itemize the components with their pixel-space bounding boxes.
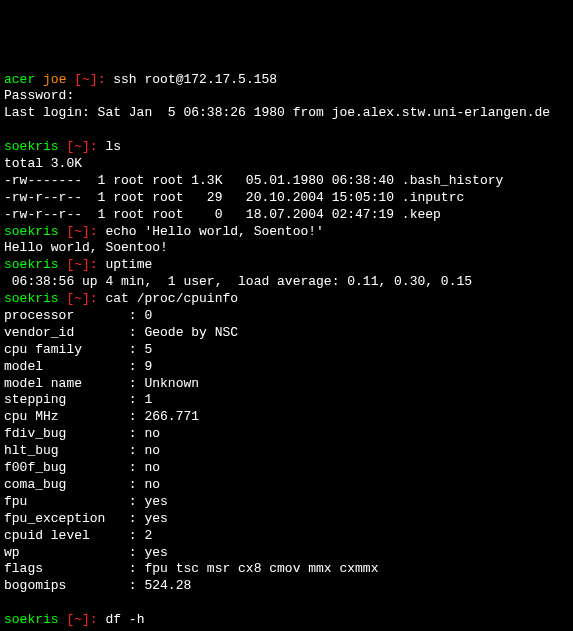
output-line: bogomips : 524.28 xyxy=(4,578,191,593)
hostname: soekris xyxy=(4,612,59,627)
command-text: echo 'Hello world, Soentoo!' xyxy=(98,224,324,239)
username: joe xyxy=(43,72,66,87)
hostname: soekris xyxy=(4,224,59,239)
output-line: model name : Unknown xyxy=(4,376,199,391)
output-line: total 3.0K xyxy=(4,156,82,171)
output-line: fdiv_bug : no xyxy=(4,426,160,441)
prompt-path: [~]: xyxy=(66,291,97,306)
output-line: -rw------- 1 root root 1.3K 05.01.1980 0… xyxy=(4,173,503,188)
output-line: stepping : 1 xyxy=(4,392,152,407)
output-line: fpu : yes xyxy=(4,494,168,509)
command-text: cat /proc/cpuinfo xyxy=(98,291,238,306)
output-line: flags : fpu tsc msr cx8 cmov mmx cxmmx xyxy=(4,561,378,576)
command-text: ls xyxy=(98,139,121,154)
hostname: soekris xyxy=(4,139,59,154)
output-line: cpu MHz : 266.771 xyxy=(4,409,199,424)
output-line: f00f_bug : no xyxy=(4,460,160,475)
prompt-path: [~]: xyxy=(74,72,105,87)
output-line: vendor_id : Geode by NSC xyxy=(4,325,238,340)
command-text: uptime xyxy=(98,257,153,272)
output-line: cpu family : 5 xyxy=(4,342,152,357)
output-line: cpuid level : 2 xyxy=(4,528,152,543)
output-line: 06:38:56 up 4 min, 1 user, load average:… xyxy=(4,274,472,289)
output-line: wp : yes xyxy=(4,545,168,560)
output-line: Hello world, Soentoo! xyxy=(4,240,168,255)
output-line: Password: xyxy=(4,88,74,103)
hostname: soekris xyxy=(4,257,59,272)
prompt-path: [~]: xyxy=(66,257,97,272)
prompt-path: [~]: xyxy=(66,139,97,154)
command-text: ssh root@172.17.5.158 xyxy=(105,72,277,87)
output-line: hlt_bug : no xyxy=(4,443,160,458)
output-line: -rw-r--r-- 1 root root 29 20.10.2004 15:… xyxy=(4,190,464,205)
terminal-output[interactable]: acer joe [~]: ssh root@172.17.5.158 Pass… xyxy=(4,72,569,631)
output-line: processor : 0 xyxy=(4,308,152,323)
hostname: soekris xyxy=(4,291,59,306)
output-line: -rw-r--r-- 1 root root 0 18.07.2004 02:4… xyxy=(4,207,441,222)
prompt-path: [~]: xyxy=(66,224,97,239)
output-line: fpu_exception : yes xyxy=(4,511,168,526)
output-line: Last login: Sat Jan 5 06:38:26 1980 from… xyxy=(4,105,550,120)
hostname: acer xyxy=(4,72,35,87)
command-text: df -h xyxy=(98,612,145,627)
prompt-path: [~]: xyxy=(66,612,97,627)
output-line: coma_bug : no xyxy=(4,477,160,492)
output-line: model : 9 xyxy=(4,359,152,374)
